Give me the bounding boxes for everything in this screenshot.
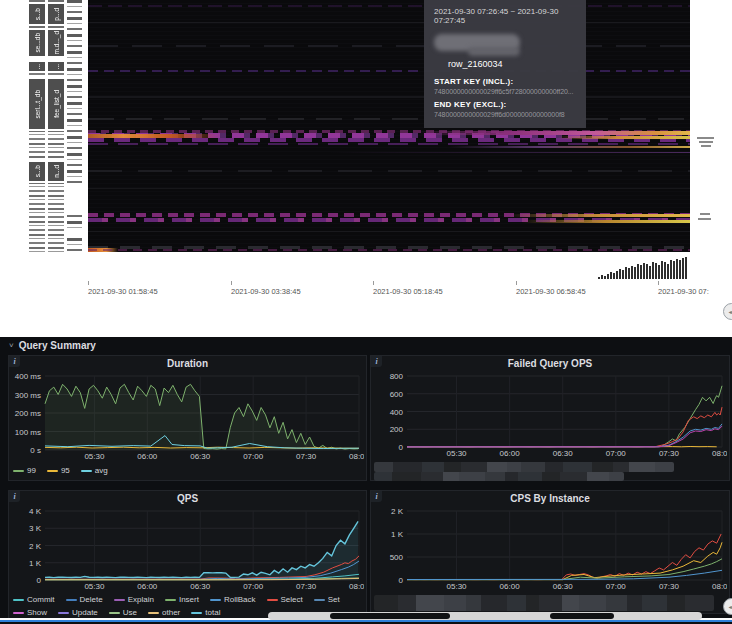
panel-title[interactable]: Failed Query OPS [371, 356, 729, 371]
mosaic-cell [505, 472, 518, 481]
mosaic-cell [421, 472, 443, 481]
legend-label: Delete [80, 594, 103, 606]
info-icon[interactable]: i [9, 491, 20, 502]
axis-tick [373, 281, 374, 285]
info-icon[interactable]: i [9, 356, 20, 367]
heatmap-band [88, 45, 690, 47]
svg-text:100 ms: 100 ms [15, 428, 41, 437]
histogram-bar [622, 270, 624, 279]
svg-text:400: 400 [390, 408, 404, 417]
legend-item-Set[interactable]: Set [314, 594, 340, 606]
histogram-bar [616, 271, 618, 279]
duration-chart[interactable]: 0 s100 ms200 ms300 ms400 ms05:3006:0006:… [11, 371, 364, 462]
tooltip-time-range: 2021-09-30 07:26:45 ~ 2021-09-30 07:27:4… [434, 7, 576, 25]
legend-label: avg [95, 465, 108, 477]
keyviz-label-column-2: p...dm.d..._d...fee_list_dn...d [48, 0, 64, 252]
svg-text:07:30: 07:30 [296, 452, 317, 461]
legend-item-99[interactable]: 99 [13, 465, 36, 477]
histogram-bar [637, 264, 639, 279]
histogram-bar [601, 275, 603, 279]
keyviz-db-label[interactable]: s...b [29, 160, 45, 183]
legend-item-avg[interactable]: avg [81, 465, 108, 477]
legend-item-Select[interactable]: Select [267, 594, 303, 606]
axis-time-label: 2021-09-30 03:38:45 [231, 287, 301, 296]
histogram-bar [625, 267, 627, 279]
heatmap-band [88, 188, 690, 189]
mosaic-cell [466, 595, 481, 611]
grafana-dashboard: ˅ Query Summary i Duration 0 s100 ms200 … [0, 337, 732, 624]
failed-query-ops-chart[interactable]: 020040060080005:3006:0006:3007:0007:3008… [373, 371, 727, 459]
legend-item-Commit[interactable]: Commit [13, 594, 55, 606]
legend-item-Delete[interactable]: Delete [66, 594, 103, 606]
svg-text:06:00: 06:00 [500, 449, 521, 458]
qps-chart[interactable]: 01 K2 K3 K4 K05:3006:0006:3007:0007:3008… [11, 506, 364, 592]
keyviz-heatmap[interactable] [88, 0, 690, 252]
histogram-bar [673, 261, 675, 279]
arrows-icon: ◂▸ [728, 603, 732, 610]
keyviz-db-label[interactable]: se...db [29, 28, 45, 58]
row-header-query-summary[interactable]: ˅ Query Summary [0, 337, 732, 353]
legend-item-RollBack[interactable]: RollBack [210, 594, 256, 606]
end-key-label: END KEY (EXCL.): [434, 100, 576, 109]
keyviz-db-label[interactable]: serl...t_db [29, 77, 45, 131]
mosaic-cell [444, 462, 460, 472]
info-icon[interactable]: i [371, 491, 382, 502]
heatmap-band [88, 152, 690, 153]
heatmap-band [88, 170, 690, 172]
keyviz-db-label[interactable]: m.d..._d [48, 28, 64, 58]
legend-item-Explain[interactable]: Explain [114, 594, 154, 606]
legend-color-dash [314, 599, 325, 601]
mosaic-cell [422, 462, 445, 472]
info-icon[interactable]: i [371, 356, 382, 367]
axis-time-label: 2021-09-30 06:58:45 [516, 287, 586, 296]
keyviz-db-label[interactable]: n...d [48, 160, 64, 183]
mosaic-cell [444, 595, 466, 611]
keyviz-db-label[interactable]: fee_list_d [48, 77, 64, 131]
histogram-bar [655, 263, 657, 279]
mosaic-cell [563, 462, 591, 472]
cps-by-instance-chart[interactable]: 05001 K2 K05:3006:0006:3007:0007:3008:00 [373, 506, 727, 592]
histogram-bar [682, 258, 684, 279]
legend-item-Insert[interactable]: Insert [165, 594, 199, 606]
redacted-label-blur-2 [468, 47, 520, 56]
panel-failed-query-ops: i Failed Query OPS 020040060080005:3006:… [370, 355, 730, 481]
svg-text:07:30: 07:30 [659, 582, 680, 591]
keyviz-db-label[interactable]: s...b [29, 2, 45, 26]
panel-title[interactable]: Duration [9, 356, 366, 371]
histogram-bar [634, 267, 636, 279]
keyviz-db-label-text: n...d [53, 165, 60, 178]
keyviz-db-label[interactable]: p...d [48, 2, 64, 26]
mosaic-cell [685, 595, 714, 611]
svg-text:400 ms: 400 ms [15, 372, 41, 381]
histogram-bar [679, 260, 681, 279]
svg-text:07:00: 07:00 [243, 452, 264, 461]
keyviz-db-label-text: ... [34, 64, 41, 69]
heatmap-band [88, 146, 690, 148]
svg-text:06:30: 06:30 [190, 582, 211, 591]
mosaic-cell [627, 595, 641, 611]
svg-text:06:30: 06:30 [190, 452, 211, 461]
keyviz-db-label[interactable]: ... [29, 60, 45, 73]
panel-title[interactable]: QPS [9, 491, 366, 506]
arrows-icon: ◂▸ [728, 308, 732, 315]
legend-color-dash [81, 470, 92, 472]
mosaic-cell [629, 462, 655, 472]
svg-text:06:00: 06:00 [137, 582, 158, 591]
mosaic-cell [526, 595, 539, 611]
row-title: Query Summary [19, 340, 96, 351]
histogram-bar [670, 260, 672, 279]
legend-item-95[interactable]: 95 [47, 465, 70, 477]
keyviz-db-label-text: se...db [34, 33, 41, 53]
svg-text:07:00: 07:00 [606, 449, 627, 458]
mosaic-cell [507, 595, 526, 611]
svg-text:06:30: 06:30 [553, 582, 574, 591]
keyviz-time-axis: 2021-09-30 01:58:452021-09-30 03:38:4520… [0, 281, 732, 299]
histogram-bar [658, 265, 660, 279]
svg-text:800: 800 [390, 372, 404, 381]
panel-title[interactable]: CPS By Instance [371, 491, 729, 506]
histogram-bar [652, 262, 654, 279]
redaction-blob [330, 613, 450, 619]
mosaic-cell [398, 595, 416, 611]
svg-text:1 K: 1 K [391, 530, 404, 539]
keyviz-db-label[interactable]: ... [48, 60, 64, 73]
